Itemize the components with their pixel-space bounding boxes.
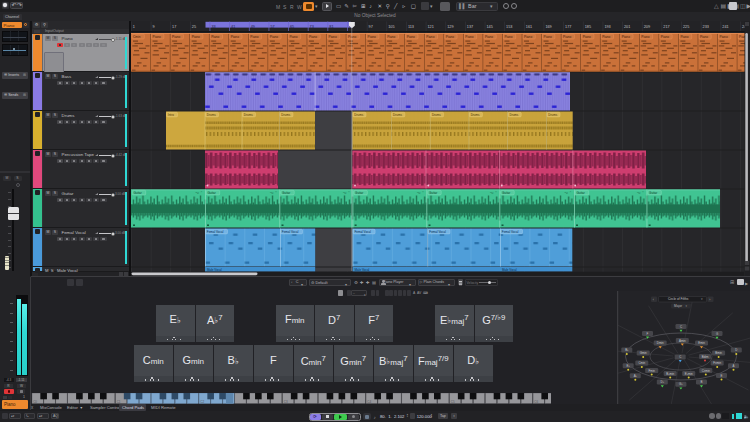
svg-text:Femal Vocal: Femal Vocal <box>354 230 371 234</box>
svg-text:185: 185 <box>585 25 591 29</box>
svg-text:Drums: Drums <box>548 113 557 117</box>
svg-text:233: 233 <box>703 25 709 29</box>
svg-text:Male Vocal: Male Vocal <box>502 268 517 272</box>
svg-text:⌥ ⌃: ⌥ ⌃ <box>490 191 498 195</box>
svg-text:145: 145 <box>487 25 493 29</box>
svg-text:225: 225 <box>683 25 689 29</box>
svg-text:Dmin: Dmin <box>657 341 664 345</box>
svg-text:Emin: Emin <box>698 341 705 345</box>
svg-text:E♭min: E♭min <box>685 372 693 376</box>
svg-text:B♭min: B♭min <box>666 372 674 376</box>
svg-text:121: 121 <box>428 25 434 29</box>
svg-text:Femal Vocal: Femal Vocal <box>282 230 299 234</box>
svg-text:Circle of Fifths: Circle of Fifths <box>668 297 689 301</box>
svg-text:Piano: Piano <box>622 35 630 39</box>
svg-text:Male Vocal: Male Vocal <box>355 268 370 272</box>
svg-text:Piano: Piano <box>661 35 669 39</box>
svg-text:Drums: Drums <box>207 113 216 117</box>
svg-text:Intro: Intro <box>168 113 174 117</box>
svg-text:Piano: Piano <box>465 35 473 39</box>
svg-text:Bdim: Bdim <box>702 355 709 359</box>
svg-text:161: 161 <box>526 25 532 29</box>
svg-text:Piano: Piano <box>485 35 493 39</box>
svg-text:Piano: Piano <box>270 35 278 39</box>
svg-text:105: 105 <box>388 25 394 29</box>
svg-text:153: 153 <box>506 25 512 29</box>
svg-text:Guitar: Guitar <box>208 191 216 195</box>
svg-text:Piano: Piano <box>700 35 708 39</box>
svg-text:65: 65 <box>290 25 294 29</box>
svg-text:49: 49 <box>251 25 255 29</box>
svg-text:177: 177 <box>565 25 571 29</box>
svg-text:›: › <box>709 298 710 302</box>
svg-text:Male Vocal: Male Vocal <box>207 268 222 272</box>
svg-text:⌥ ⌃: ⌥ ⌃ <box>195 191 203 195</box>
svg-text:Piano: Piano <box>426 35 434 39</box>
svg-text:Amin: Amin <box>679 339 686 343</box>
svg-text:Piano: Piano <box>289 35 297 39</box>
svg-text:G♭: G♭ <box>679 382 683 386</box>
svg-text:Guitar: Guitar <box>282 191 290 195</box>
svg-text:Drums: Drums <box>471 113 480 117</box>
svg-text:F♯min: F♯min <box>713 361 721 365</box>
svg-text:Gmin: Gmin <box>640 351 647 355</box>
svg-text:Piano: Piano <box>153 35 161 39</box>
svg-text:Cmin: Cmin <box>638 361 645 365</box>
svg-text:Piano: Piano <box>348 35 356 39</box>
svg-text:Piano: Piano <box>407 35 415 39</box>
svg-text:Femal Vocal: Femal Vocal <box>429 230 446 234</box>
svg-text:Drums: Drums <box>354 113 363 117</box>
svg-text:Piano: Piano <box>368 35 376 39</box>
svg-text:Guitar: Guitar <box>355 191 363 195</box>
svg-text:Piano: Piano <box>524 35 532 39</box>
svg-text:A: A <box>733 364 735 368</box>
svg-text:Femal Vocal: Femal Vocal <box>502 230 519 234</box>
svg-text:Piano: Piano <box>250 35 258 39</box>
svg-text:⌥ ⌃: ⌥ ⌃ <box>270 191 278 195</box>
svg-text:169: 169 <box>545 25 551 29</box>
svg-text:57: 57 <box>270 25 274 29</box>
svg-text:Piano: Piano <box>720 35 728 39</box>
svg-text:81: 81 <box>329 25 333 29</box>
svg-text:Guitar: Guitar <box>577 191 585 195</box>
svg-text:Piano: Piano <box>192 35 200 39</box>
svg-text:Piano: Piano <box>329 35 337 39</box>
svg-text:41: 41 <box>231 25 235 29</box>
svg-text:Piano: Piano <box>680 35 688 39</box>
svg-text:Drums: Drums <box>244 113 253 117</box>
svg-text:C♯min: C♯min <box>702 369 711 373</box>
svg-text:Piano: Piano <box>583 35 591 39</box>
svg-text:113: 113 <box>408 25 414 29</box>
svg-text:Piano: Piano <box>309 35 317 39</box>
svg-text:17: 17 <box>172 25 176 29</box>
svg-text:Guitar: Guitar <box>134 191 142 195</box>
svg-text:⌥ ⌃: ⌥ ⌃ <box>637 191 645 195</box>
svg-text:⌥ ⌃: ⌥ ⌃ <box>564 191 572 195</box>
svg-text:217: 217 <box>663 25 669 29</box>
svg-text:33: 33 <box>211 25 215 29</box>
svg-text:193: 193 <box>604 25 610 29</box>
svg-text:C: C <box>679 355 681 359</box>
svg-text:⌥ ⌃: ⌥ ⌃ <box>417 191 425 195</box>
svg-text:201: 201 <box>624 25 630 29</box>
svg-text:1: 1 <box>133 25 135 29</box>
svg-text:137: 137 <box>467 25 473 29</box>
svg-text:Piano: Piano <box>211 35 219 39</box>
svg-text:Piano: Piano <box>387 35 395 39</box>
svg-text:Guitar: Guitar <box>649 191 657 195</box>
svg-text:9: 9 <box>153 25 155 29</box>
svg-text:F: F <box>647 332 649 336</box>
svg-text:Drums: Drums <box>510 113 519 117</box>
svg-text:Guitar: Guitar <box>429 191 437 195</box>
svg-text:Piano: Piano <box>563 35 571 39</box>
svg-text:Piano: Piano <box>544 35 552 39</box>
svg-text:⌥ ⌃: ⌥ ⌃ <box>343 191 351 195</box>
svg-text:Drums: Drums <box>432 113 441 117</box>
svg-text:Piano: Piano <box>602 35 610 39</box>
svg-text:B: B <box>701 380 703 384</box>
svg-text:Piano: Piano <box>172 35 180 39</box>
svg-text:Piano: Piano <box>504 35 512 39</box>
svg-text:Bmin: Bmin <box>715 351 722 355</box>
svg-text:241: 241 <box>722 25 728 29</box>
svg-text:‹: ‹ <box>653 298 654 302</box>
